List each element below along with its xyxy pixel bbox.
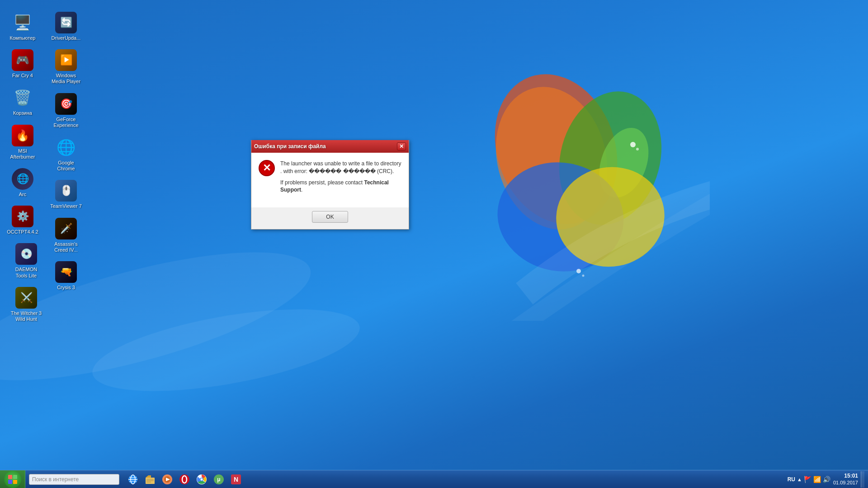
taskbar-clock[interactable]: 15:01 01.09.2017 [833, 473, 858, 486]
svg-rect-18 [146, 479, 154, 480]
taskbar-lang: RU [788, 476, 795, 483]
icon-farcry4-label: Far Cry 4 [12, 73, 33, 79]
icon-occt[interactable]: ⚙️ OCCTPT4.4.2 [5, 203, 41, 238]
taskbar-wifi-icon: 📶 [813, 476, 821, 483]
taskbar-date-display: 01.09.2017 [833, 479, 858, 486]
svg-text:μ: μ [217, 476, 220, 483]
icon-driverupda[interactable]: 🔄 DriverUpda... [48, 9, 84, 44]
svg-point-5 [548, 159, 673, 275]
icon-wmp-label: Windows Media Player [50, 73, 82, 84]
icon-geforce-label: GeForce Experience [50, 117, 82, 128]
taskbar-right: RU ▲ 🚩 📶 🔊 15:01 01.09.2017 [788, 471, 868, 488]
dialog-content: ✕ The launcher was unable to write a fil… [259, 160, 401, 197]
icon-computer[interactable]: 🖥️ Компьютер [5, 9, 41, 44]
icon-recycle[interactable]: 🗑️ Корзина [5, 84, 41, 119]
taskbar-quick-launch: μ N [125, 471, 244, 488]
dialog-title: Ошибка при записи файла [254, 143, 326, 150]
icon-crysis[interactable]: 🔫 Crysis 3 [48, 258, 84, 293]
icon-computer-label: Компьютер [10, 35, 36, 41]
dialog-error-text: The launcher was unable to write a file … [280, 160, 401, 175]
svg-point-2 [545, 80, 676, 237]
dialog-message: The launcher was unable to write a file … [280, 160, 401, 197]
icon-msi-label: MSI Afterburner [6, 148, 39, 160]
dialog-close-button[interactable]: ✕ [397, 142, 406, 150]
svg-point-6 [630, 142, 636, 147]
svg-point-8 [576, 269, 581, 273]
taskbar-flag-icon: 🚩 [804, 476, 811, 483]
taskbar-time-display: 15:01 [833, 473, 858, 480]
taskbar-sys-icons: RU ▲ 🚩 📶 🔊 [788, 476, 830, 483]
icon-wmp[interactable]: ▶️ Windows Media Player [48, 47, 84, 87]
icon-recycle-label: Корзина [13, 110, 32, 116]
taskbar-icon-ie[interactable] [125, 471, 141, 488]
svg-point-7 [636, 148, 639, 150]
icon-witcher[interactable]: ⚔️ The Witcher 3 Wild Hunt [8, 284, 44, 325]
taskbar-icon-explorer[interactable] [142, 471, 158, 488]
error-dialog: Ошибка при записи файла ✕ ✕ The launcher… [251, 140, 409, 230]
desktop-icons: 🖥️ Компьютер 🎮 Far Cry 4 🗑️ Корзина 🔥 MS… [0, 5, 89, 332]
svg-text:N: N [234, 476, 238, 483]
icon-arc[interactable]: 🌐 Arc [5, 165, 41, 200]
icon-farcry4[interactable]: 🎮 Far Cry 4 [5, 47, 41, 81]
icon-crysis-label: Crysis 3 [57, 285, 75, 291]
svg-point-0 [475, 68, 638, 241]
icon-daemon[interactable]: 💿 DAEMON Tools Lite [8, 240, 44, 281]
icon-chrome-label: Google Chrome [50, 160, 82, 172]
icon-driverupda-label: DriverUpda... [52, 35, 81, 41]
svg-point-4 [489, 153, 632, 282]
svg-rect-13 [13, 480, 17, 484]
icon-teamviewer[interactable]: 🖱️ TeamViewer 7 [48, 177, 84, 212]
taskbar-icon-wmp[interactable] [159, 471, 175, 488]
icon-occt-label: OCCTPT4.4.2 [7, 229, 38, 235]
taskbar-search-placeholder: Поиск в интернете [32, 476, 79, 483]
svg-rect-12 [8, 480, 12, 484]
taskbar-icon-chrome[interactable] [193, 471, 210, 488]
taskbar-icon-utorrent[interactable]: μ [211, 471, 227, 488]
svg-point-1 [481, 74, 623, 242]
dialog-footer: OK [251, 207, 409, 229]
svg-point-9 [582, 275, 585, 277]
dialog-hint-text: If problems persist, please contact Tech… [280, 179, 401, 194]
start-orb [4, 471, 21, 488]
dialog-titlebar: Ошибка при записи файла ✕ [251, 140, 409, 153]
svg-point-3 [590, 121, 658, 205]
taskbar-icon-opera[interactable] [176, 471, 193, 488]
error-icon: ✕ [259, 160, 275, 176]
svg-rect-20 [146, 482, 151, 483]
icon-teamviewer-label: TeamViewer 7 [50, 203, 82, 209]
taskbar-search[interactable]: Поиск в интернете [29, 474, 119, 485]
icon-geforce[interactable]: 🎯 GeForce Experience [48, 90, 84, 131]
svg-point-28 [201, 478, 203, 480]
icon-witcher-label: The Witcher 3 Wild Hunt [10, 310, 42, 322]
icon-msi[interactable]: 🔥 MSI Afterburner [5, 122, 41, 163]
start-button[interactable] [0, 470, 25, 488]
show-desktop-button[interactable] [861, 471, 864, 488]
taskbar-arrow-icon[interactable]: ▲ [797, 477, 802, 482]
svg-rect-11 [13, 475, 17, 479]
svg-rect-10 [8, 475, 12, 479]
icon-arc-label: Arc [19, 192, 27, 197]
icon-assassins[interactable]: 🗡️ Assassin's Creed IV... [48, 215, 84, 256]
icon-assassins-label: Assassin's Creed IV... [50, 241, 82, 253]
taskbar-icon-app[interactable]: N [228, 471, 244, 488]
taskbar-volume-icon[interactable]: 🔊 [823, 476, 830, 483]
dialog-body: ✕ The launcher was unable to write a fil… [251, 153, 409, 207]
ok-button[interactable]: OK [312, 211, 348, 223]
taskbar: Поиск в интернете [0, 470, 868, 488]
icon-daemon-label: DAEMON Tools Lite [10, 267, 42, 278]
icon-chrome[interactable]: 🌐 Google Chrome [48, 134, 84, 174]
svg-rect-19 [146, 480, 154, 481]
